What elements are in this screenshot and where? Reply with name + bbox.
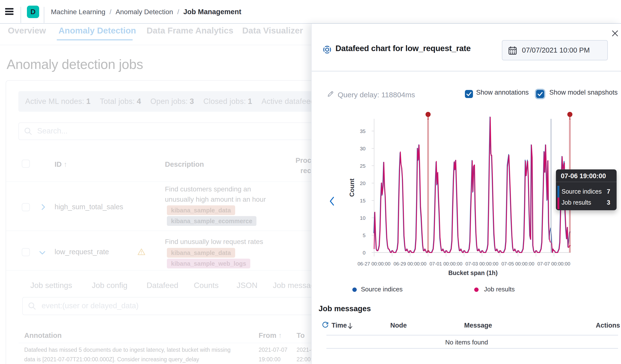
svg-text:20: 20 [360,181,365,186]
svg-text:07-05 00:00:00: 07-05 00:00:00 [501,261,535,266]
svg-text:0: 0 [362,250,365,255]
svg-text:06-27 00:00:00: 06-27 00:00:00 [358,261,391,266]
svg-text:5: 5 [362,232,365,238]
svg-text:25: 25 [360,163,365,169]
svg-text:30: 30 [360,146,365,151]
svg-text:35: 35 [360,128,365,134]
svg-text:15: 15 [360,198,365,203]
svg-text:07-07 00:00:00: 07-07 00:00:00 [537,261,570,266]
svg-text:10: 10 [360,215,365,221]
svg-text:06-29 00:00:00: 06-29 00:00:00 [394,261,427,266]
svg-text:07-01 00:00:00: 07-01 00:00:00 [430,261,463,266]
svg-text:07-03 00:00:00: 07-03 00:00:00 [466,261,499,266]
